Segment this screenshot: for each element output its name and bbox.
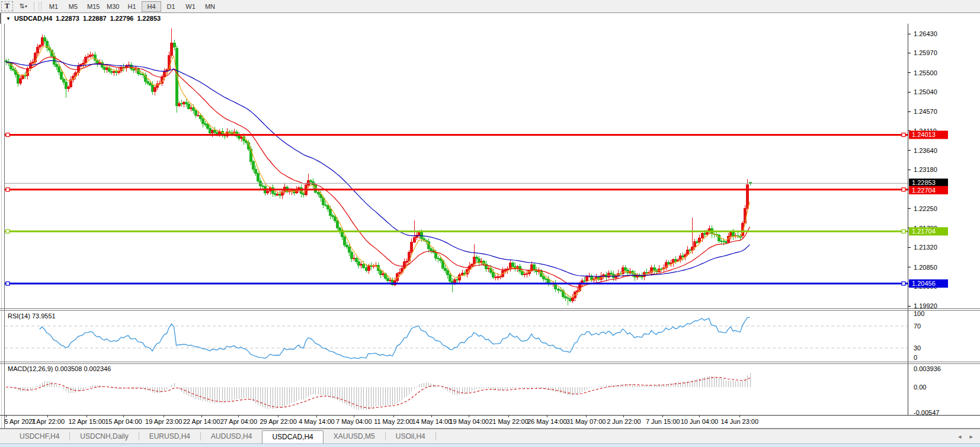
timeframe-mn-button[interactable]: MN — [200, 1, 220, 12]
level-price-tag: 1.20456 — [909, 279, 948, 288]
pane-borders — [0, 24, 980, 428]
dropdown-caret-icon: ▾ — [25, 4, 27, 9]
svg-text:14 May 14:00: 14 May 14:00 — [412, 418, 452, 425]
svg-text:0: 0 — [914, 354, 917, 361]
tab-eurusd-h4[interactable]: EURUSD,H4 — [139, 430, 200, 443]
svg-text:0.003936: 0.003936 — [914, 365, 941, 372]
chart-canvas[interactable]: 1.264301.259701.255001.250401.245701.241… — [0, 24, 980, 429]
line-anchor-handle — [6, 188, 9, 191]
text-tool-button[interactable]: T — [1, 1, 13, 11]
tab-audusd-h4[interactable]: AUDUSD,H4 — [201, 430, 262, 443]
tab-usdchf-h4[interactable]: USDCHF,H4 — [9, 430, 69, 443]
hline-objects[interactable] — [5, 133, 908, 285]
toolbar-grip — [39, 2, 41, 11]
ma-line-slow — [6, 60, 750, 276]
svg-text:12 Apr 15:00: 12 Apr 15:00 — [68, 418, 105, 425]
svg-text:10 Jun 04:00: 10 Jun 04:00 — [681, 418, 719, 425]
svg-text:1.23180: 1.23180 — [914, 166, 937, 173]
chart-symbol-period: USDCAD,H4 — [14, 15, 52, 22]
svg-text:19 Apr 23:00: 19 Apr 23:00 — [145, 418, 182, 425]
ma-line-medium — [6, 57, 750, 287]
svg-text:2 Jun 22:00: 2 Jun 22:00 — [607, 418, 641, 425]
svg-text:15 Apr 04:00: 15 Apr 04:00 — [105, 418, 142, 425]
line-anchor-handle — [902, 133, 905, 136]
svg-text:1.21320: 1.21320 — [914, 244, 937, 251]
svg-text:22 Apr 14:00: 22 Apr 14:00 — [183, 418, 220, 425]
timeframe-m15-button[interactable]: M15 — [83, 1, 103, 12]
ma-line-fast — [6, 46, 750, 298]
toolbar-separator — [34, 2, 34, 11]
chart-menu-icon[interactable]: ▼ — [6, 16, 11, 21]
level-price-tag: 1.24013 — [909, 130, 948, 139]
top-toolbar: T ⇅ ▾ M1 M5 M15 M30 H1 H4 D1 W1 MN — [0, 0, 980, 13]
macd-label: MACD(12,26,9) 0.003508 0.002346 — [8, 365, 111, 372]
svg-text:1.22250: 1.22250 — [914, 205, 937, 212]
svg-text:19 May 04:00: 19 May 04:00 — [449, 418, 489, 425]
quote-high: 1.22887 — [83, 15, 107, 22]
svg-text:27 Apr 04:00: 27 Apr 04:00 — [220, 418, 257, 425]
svg-text:26 May 14:00: 26 May 14:00 — [527, 418, 567, 425]
timeframe-h1-button[interactable]: H1 — [122, 1, 142, 12]
tab-usoil-h4[interactable]: USOil,H4 — [386, 430, 435, 443]
rsi-label: RSI(14) 73.9551 — [8, 312, 56, 320]
svg-text:7 Jun 15:00: 7 Jun 15:00 — [646, 418, 680, 425]
rsi-pane: 10070300 — [5, 310, 924, 361]
rsi-line — [40, 317, 750, 359]
svg-text:1.23640: 1.23640 — [914, 147, 937, 154]
svg-text:1.25040: 1.25040 — [914, 88, 937, 95]
tab-xauusd-m5[interactable]: XAUUSD,M5 — [324, 430, 385, 443]
timeframe-w1-button[interactable]: W1 — [181, 1, 200, 12]
svg-text:1.25970: 1.25970 — [914, 49, 937, 56]
up-down-arrows-icon: ⇅ — [19, 2, 24, 10]
svg-text:29 Apr 22:00: 29 Apr 22:00 — [260, 418, 296, 425]
quote-close: 1.22853 — [137, 15, 161, 22]
svg-text:100: 100 — [914, 310, 924, 317]
tabs-scroll-left-icon[interactable]: ◂ — [958, 433, 962, 440]
line-anchor-handle — [902, 282, 905, 285]
timeframe-m5-button[interactable]: M5 — [63, 1, 83, 12]
tab-separator — [435, 432, 436, 440]
macd-signal-line — [6, 378, 750, 408]
svg-text:0.00: 0.00 — [914, 384, 926, 391]
svg-text:7 May 04:00: 7 May 04:00 — [336, 418, 372, 425]
macd-pane: 0.0039360.00-0.00547 — [6, 365, 941, 416]
line-anchor-handle — [902, 229, 905, 233]
svg-text:7 Apr 22:00: 7 Apr 22:00 — [31, 418, 65, 425]
line-anchor-handle — [6, 282, 9, 285]
tabs-scroll-right-icon[interactable]: ▸ — [969, 433, 973, 440]
time-axis: 5 Apr 20217 Apr 22:0012 Apr 15:0015 Apr … — [4, 415, 758, 425]
timeframe-m1-button[interactable]: M1 — [44, 1, 63, 12]
status-strip — [0, 443, 980, 447]
price-axis: 1.264301.259701.255001.250401.245701.241… — [908, 30, 937, 309]
svg-text:-0.00547: -0.00547 — [914, 409, 939, 416]
svg-text:14 Jun 23:00: 14 Jun 23:00 — [720, 418, 758, 425]
arrange-tool-button[interactable]: ⇅ ▾ — [15, 1, 31, 11]
timeframe-h4-button[interactable]: H4 — [142, 1, 161, 12]
tab-usdcnh-daily[interactable]: USDCNH,Daily — [70, 430, 138, 443]
level-price-tag: 1.21704 — [909, 227, 948, 235]
svg-text:70: 70 — [914, 323, 921, 330]
svg-text:1.21704: 1.21704 — [912, 228, 936, 235]
timeframe-d1-button[interactable]: D1 — [161, 1, 181, 12]
svg-text:1.25500: 1.25500 — [914, 69, 937, 76]
svg-text:21 May 22:00: 21 May 22:00 — [489, 418, 529, 425]
quote-open: 1.22873 — [56, 15, 79, 22]
svg-text:30: 30 — [914, 344, 921, 352]
timeframe-m30-button[interactable]: M30 — [103, 1, 122, 12]
svg-text:1.19920: 1.19920 — [914, 302, 937, 309]
chart-title-bar: ▼ USDCAD,H4 1.22873 1.22887 1.22796 1.22… — [0, 13, 980, 24]
current-price-tag: 1.22853 — [909, 178, 948, 187]
line-anchor-handle — [6, 133, 9, 136]
svg-text:1.26430: 1.26430 — [914, 30, 937, 37]
line-anchor-handle — [6, 229, 9, 233]
chart-tabs-bar: USDCHF,H4 USDCNH,Daily EURUSD,H4 AUDUSD,… — [0, 429, 980, 443]
svg-text:1.24013: 1.24013 — [912, 131, 936, 138]
level-price-tag: 1.22704 — [909, 186, 948, 194]
svg-text:1.20850: 1.20850 — [914, 264, 937, 271]
line-anchor-handle — [902, 188, 905, 191]
svg-text:1.22853: 1.22853 — [912, 179, 936, 186]
svg-text:4 May 14:00: 4 May 14:00 — [299, 418, 335, 425]
svg-text:11 May 22:00: 11 May 22:00 — [374, 418, 413, 425]
svg-text:1.20456: 1.20456 — [912, 280, 936, 287]
tab-usdcad-h4[interactable]: USDCAD,H4 — [262, 430, 323, 444]
